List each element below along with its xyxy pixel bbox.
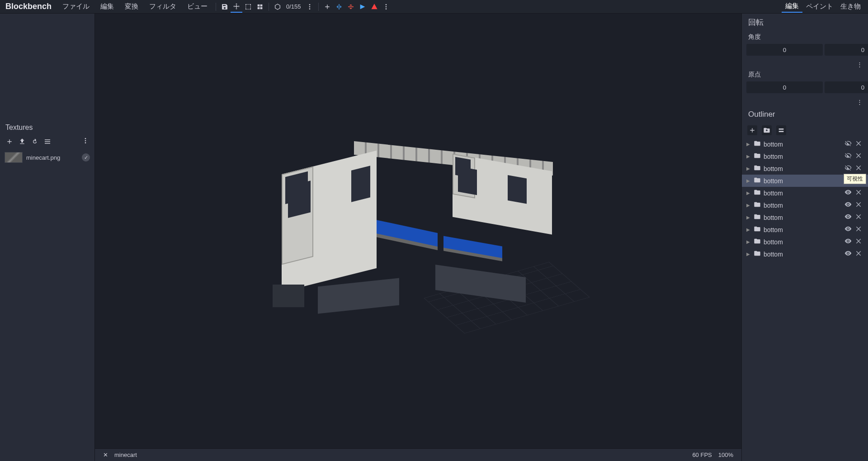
outliner-list: ▶bottom▶bottom▶bottom▶bottom可視性▶bottom▶b… (742, 138, 868, 461)
textures-toolbar (0, 135, 94, 149)
expand-arrow-icon[interactable]: ▶ (746, 252, 751, 257)
outliner-item-label: bottom (764, 190, 842, 197)
add-cube-icon[interactable] (321, 1, 333, 13)
outliner-item-label: bottom (764, 177, 842, 185)
delete-icon[interactable] (855, 152, 863, 161)
expand-arrow-icon[interactable]: ▶ (746, 203, 751, 208)
outliner-item[interactable]: ▶bottom (742, 223, 868, 236)
mode-entity-tab[interactable]: 生き物 (837, 1, 864, 12)
visibility-icon[interactable] (844, 238, 853, 246)
visibility-icon[interactable] (844, 225, 853, 234)
textures-overflow-icon[interactable] (82, 137, 89, 146)
origin-label: 原点 (742, 69, 868, 81)
expand-arrow-icon[interactable]: ▶ (746, 166, 751, 171)
outliner-item-label: bottom (764, 226, 842, 233)
rotation-overflow-icon[interactable]: ⋮ (742, 60, 868, 69)
outliner-item[interactable]: ▶bottom (742, 199, 868, 211)
overflow-icon[interactable] (304, 1, 316, 13)
outliner-toolbar (742, 123, 868, 138)
angle-y-input[interactable] (825, 44, 868, 56)
mode-edit-tab[interactable]: 編集 (782, 0, 802, 13)
expand-arrow-icon[interactable]: ▶ (746, 239, 751, 244)
mirror-y-icon[interactable] (345, 1, 357, 13)
menu-view[interactable]: ビュー (182, 2, 213, 11)
add-cube-icon[interactable] (747, 125, 757, 135)
outliner-item[interactable]: ▶bottom (742, 138, 868, 150)
origin-y-input[interactable] (825, 81, 868, 93)
add-texture-icon[interactable] (5, 138, 14, 146)
outliner-item-label: bottom (764, 214, 842, 221)
menu-edit[interactable]: 編集 (95, 2, 119, 11)
menu-filter[interactable]: フィルタ (144, 2, 182, 11)
expand-arrow-icon[interactable]: ▶ (746, 142, 751, 147)
outliner-item[interactable]: ▶bottom (742, 187, 868, 199)
expand-arrow-icon[interactable]: ▶ (746, 227, 751, 232)
origin-x-input[interactable] (746, 81, 823, 93)
outliner-item-label: bottom (764, 153, 842, 160)
texture-settings-icon[interactable] (43, 138, 52, 146)
app-title: Blockbench (4, 2, 57, 11)
move-tool-icon[interactable] (231, 1, 242, 13)
outliner-item[interactable]: ▶bottom (742, 248, 868, 260)
texture-item[interactable]: minecart.png ✓ (0, 149, 94, 166)
grid-tool-icon[interactable] (254, 1, 266, 13)
close-project-icon[interactable]: ✕ (103, 451, 108, 458)
svg-point-8 (85, 142, 86, 143)
fps-display: 60 FPS (692, 451, 712, 458)
delete-icon[interactable] (855, 213, 863, 222)
menu-file[interactable]: ファイル (57, 2, 95, 11)
outliner-item[interactable]: ▶bottom可視性 (742, 175, 868, 187)
textures-panel-title: Textures (0, 120, 94, 135)
visibility-icon[interactable] (844, 140, 853, 148)
visibility-icon[interactable] (844, 164, 853, 173)
reload-texture-icon[interactable] (31, 138, 39, 146)
visibility-icon[interactable] (844, 250, 853, 258)
separator (269, 3, 269, 11)
origin-overflow-icon[interactable]: ⋮ (742, 98, 868, 106)
selection-tool-icon[interactable] (242, 1, 254, 13)
delete-icon[interactable] (855, 201, 863, 209)
delete-icon[interactable] (855, 250, 863, 258)
delete-icon[interactable] (855, 189, 863, 197)
angle-x-input[interactable] (746, 44, 823, 56)
delete-icon[interactable] (855, 225, 863, 234)
flag-icon[interactable] (357, 1, 368, 13)
viewport-canvas[interactable] (95, 14, 741, 448)
menu-transform[interactable]: 変換 (119, 2, 144, 11)
expand-arrow-icon[interactable]: ▶ (746, 154, 751, 159)
overflow2-icon[interactable] (380, 1, 392, 13)
selection-count: 0/155 (283, 3, 304, 10)
outliner-item-label: bottom (764, 165, 842, 172)
toggle-all-icon[interactable] (776, 125, 786, 135)
expand-arrow-icon[interactable]: ▶ (746, 215, 751, 220)
delete-icon[interactable] (855, 238, 863, 246)
svg-point-7 (85, 140, 86, 142)
outliner-item[interactable]: ▶bottom (742, 162, 868, 175)
svg-point-6 (85, 138, 86, 139)
outliner-item[interactable]: ▶bottom (742, 211, 868, 223)
outliner-item-label: bottom (764, 141, 842, 148)
add-group-icon[interactable] (762, 125, 772, 135)
expand-arrow-icon[interactable]: ▶ (746, 178, 751, 183)
outliner-item[interactable]: ▶bottom (742, 236, 868, 248)
delete-icon[interactable] (855, 140, 863, 148)
expand-arrow-icon[interactable]: ▶ (746, 190, 751, 195)
outliner-item[interactable]: ▶bottom (742, 150, 868, 162)
zoom-display: 100% (718, 451, 733, 458)
project-name: minecart (114, 451, 137, 458)
train-model (282, 144, 571, 316)
rotation-panel-title: 回転 (742, 14, 868, 31)
warning-icon[interactable] (368, 1, 380, 13)
import-texture-icon[interactable] (18, 138, 26, 146)
save-icon[interactable] (219, 1, 231, 13)
texture-valid-icon: ✓ (82, 153, 90, 162)
mirror-x-icon[interactable] (333, 1, 345, 13)
cube-icon[interactable] (272, 1, 283, 13)
visibility-icon[interactable] (844, 201, 853, 209)
mode-paint-tab[interactable]: ペイント (802, 1, 837, 12)
folder-icon (754, 225, 761, 234)
visibility-icon[interactable] (844, 213, 853, 222)
visibility-icon[interactable] (844, 152, 853, 161)
visibility-icon[interactable] (844, 189, 853, 197)
delete-icon[interactable] (855, 164, 863, 173)
